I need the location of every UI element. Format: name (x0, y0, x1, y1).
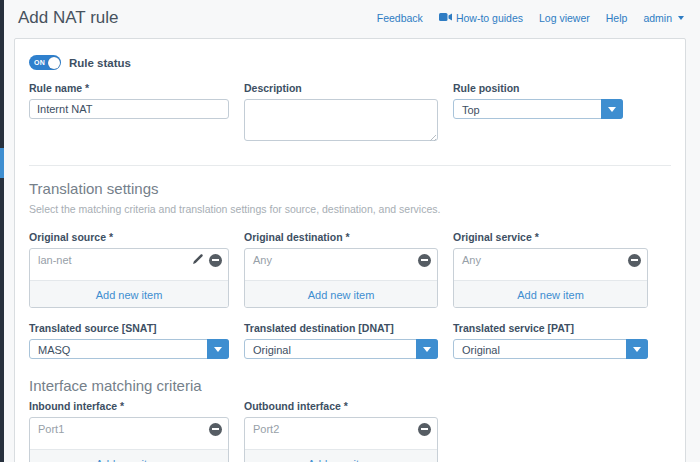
translated-destination-select[interactable]: Original (244, 339, 438, 359)
translated-destination-label: Translated destination [DNAT] (244, 322, 438, 334)
item-box-spacer (30, 271, 228, 280)
list-item: Any (245, 249, 437, 271)
original-destination-group: Original destination * Any Add new item (244, 231, 438, 308)
outbound-interface-box: Port2 Add new item (244, 417, 438, 462)
item-box-footer: Add new item (245, 280, 437, 307)
rule-name-label: Rule name * (29, 82, 229, 94)
minus-circle-icon[interactable] (418, 423, 431, 436)
item-value: Any (462, 254, 481, 266)
interface-criteria-heading: Interface matching criteria (29, 377, 671, 394)
translated-row: Translated source [SNAT] MASQ Translated… (29, 322, 671, 359)
translated-source-group: Translated source [SNAT] MASQ (29, 322, 229, 359)
list-item: Any (454, 249, 647, 271)
original-source-group: Original source * lan-net Add new item (29, 231, 229, 308)
rule-position-field-group: Rule position Top (453, 82, 648, 119)
description-label: Description (244, 82, 438, 94)
original-service-box: Any Add new item (453, 248, 648, 308)
translated-source-label: Translated source [SNAT] (29, 322, 229, 334)
page-title: Add NAT rule (18, 8, 118, 28)
item-icons (418, 423, 431, 436)
list-item: Port1 (30, 418, 228, 440)
inbound-interface-box: Port1 Add new item (29, 417, 229, 462)
minus-circle-icon[interactable] (418, 254, 431, 267)
item-box-footer: Add new item (245, 449, 437, 462)
original-criteria-row: Original source * lan-net Add new item O… (29, 231, 671, 308)
add-new-item-link[interactable]: Add new item (96, 458, 163, 462)
translated-service-select[interactable]: Original (453, 339, 648, 359)
toggle-knob (48, 57, 60, 69)
original-source-box: lan-net Add new item (29, 248, 229, 308)
item-icons (628, 254, 641, 267)
rule-status-toggle[interactable]: ON (29, 55, 61, 70)
top-bar: Add NAT rule Feedback How-to guides Log … (0, 0, 700, 32)
translated-service-group: Translated service [PAT] Original (453, 322, 648, 359)
basic-fields-row: Rule name * Description Rule position To… (29, 82, 671, 145)
list-item: Port2 (245, 418, 437, 440)
outbound-interface-label: Outbound interface * (244, 400, 438, 412)
translated-destination-group: Translated destination [DNAT] Original (244, 322, 438, 359)
video-camera-icon (439, 12, 452, 24)
item-value: lan-net (38, 254, 72, 266)
translation-settings-subtext: Select the matching criteria and transla… (29, 203, 671, 215)
scrollbar-thumb[interactable] (0, 148, 4, 178)
item-box-spacer (245, 440, 437, 449)
original-destination-box: Any Add new item (244, 248, 438, 308)
item-icons (209, 423, 222, 436)
item-box-spacer (454, 271, 647, 280)
feedback-link-label: Feedback (377, 12, 423, 24)
inbound-interface-group: Inbound interface * Port1 Add new item (29, 400, 229, 462)
rule-status-label: Rule status (69, 57, 131, 69)
rule-position-select[interactable]: Top (453, 99, 623, 119)
help-label: Help (606, 12, 628, 24)
pencil-icon[interactable] (192, 251, 204, 269)
rule-name-field-group: Rule name * (29, 82, 229, 119)
minus-circle-icon[interactable] (209, 423, 222, 436)
minus-circle-icon[interactable] (628, 254, 641, 267)
translated-source-value: MASQ (38, 344, 70, 356)
add-new-item-link[interactable]: Add new item (517, 289, 584, 301)
translated-destination-value: Original (253, 344, 291, 356)
original-destination-label: Original destination * (244, 231, 438, 243)
item-box-spacer (245, 271, 437, 280)
original-source-label: Original source * (29, 231, 229, 243)
log-viewer-label: Log viewer (539, 12, 590, 24)
rule-position-label: Rule position (453, 82, 648, 94)
description-field-group: Description (244, 82, 438, 145)
rule-position-value: Top (462, 104, 480, 116)
minus-circle-icon[interactable] (209, 254, 222, 267)
caret-down-icon[interactable] (207, 339, 229, 359)
howto-guides-link[interactable]: How-to guides (439, 12, 523, 24)
log-viewer-link[interactable]: Log viewer (539, 12, 590, 24)
top-links: Feedback How-to guides Log viewer Help a… (377, 12, 684, 24)
translation-settings-heading: Translation settings (29, 180, 671, 197)
caret-down-icon[interactable] (626, 339, 648, 359)
rule-name-input[interactable] (29, 99, 229, 119)
interface-row: Inbound interface * Port1 Add new item O… (29, 400, 671, 462)
admin-label: admin (643, 12, 672, 24)
item-value: Port2 (253, 423, 279, 435)
description-textarea[interactable] (244, 99, 438, 141)
howto-guides-label: How-to guides (456, 12, 523, 24)
original-service-label: Original service * (453, 231, 648, 243)
caret-down-icon[interactable] (601, 99, 623, 119)
item-value: Any (253, 254, 272, 266)
translated-source-select[interactable]: MASQ (29, 339, 229, 359)
item-box-spacer (30, 440, 228, 449)
add-new-item-link[interactable]: Add new item (308, 289, 375, 301)
translated-service-value: Original (462, 344, 500, 356)
outbound-interface-group: Outbound interface * Port2 Add new item (244, 400, 438, 462)
feedback-link[interactable]: Feedback (377, 12, 423, 24)
section-divider (29, 165, 671, 166)
add-new-item-link[interactable]: Add new item (96, 289, 163, 301)
rule-status-row: ON Rule status (29, 55, 671, 70)
toggle-on-label: ON (34, 59, 45, 66)
item-icons (418, 254, 431, 267)
add-new-item-link[interactable]: Add new item (308, 458, 375, 462)
caret-down-icon[interactable] (416, 339, 438, 359)
caret-down-icon (678, 16, 684, 20)
item-value: Port1 (38, 423, 64, 435)
admin-menu[interactable]: admin (643, 12, 684, 24)
add-nat-rule-form-panel: ON Rule status Rule name * Description R… (14, 38, 686, 462)
help-link[interactable]: Help (606, 12, 628, 24)
item-icons (192, 251, 222, 269)
